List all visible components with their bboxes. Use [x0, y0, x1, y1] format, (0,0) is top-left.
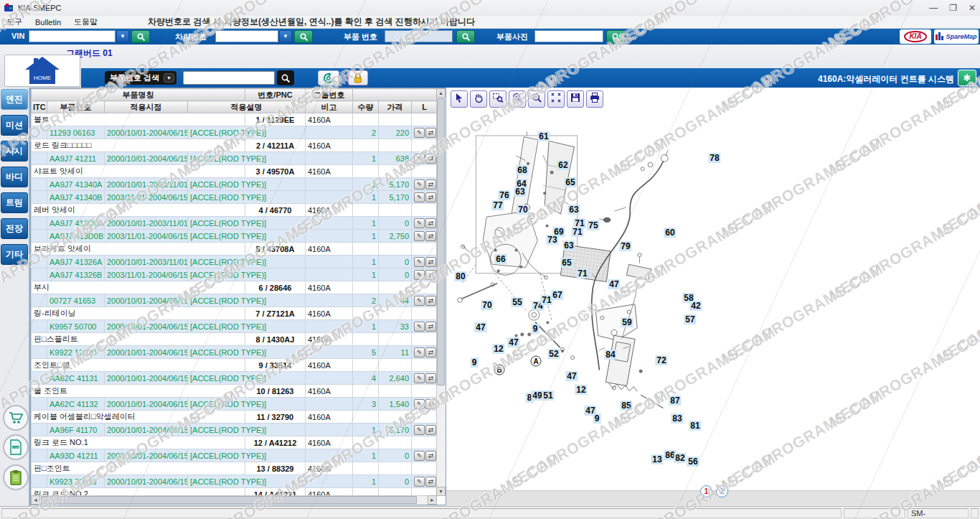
part-group-row[interactable]: 링-리테이닝7 / Z7121A4160A — [32, 307, 438, 320]
vehicle-no-input[interactable] — [215, 30, 278, 42]
home-button[interactable]: HOME — [4, 55, 80, 87]
part-group-row[interactable]: 핀□조인트13 / 883294160A — [32, 462, 438, 475]
part-detail-row[interactable]: AA96F 411702000/10/01-2004/06/15[ACCEL(R… — [32, 424, 438, 436]
menu-item-bulletin[interactable]: Bulletin — [35, 18, 61, 27]
cart-button[interactable] — [3, 405, 29, 431]
part-group-row[interactable]: 볼트1 / 1129EE4160A — [32, 113, 438, 126]
epc-code-button[interactable]: CODE — [3, 434, 29, 460]
page-2-button[interactable]: 2 — [716, 485, 728, 497]
edit-part-icon[interactable]: ✎ — [414, 477, 425, 487]
table-vertical-scrollbar[interactable]: ▲ ▼ — [436, 88, 446, 496]
part-search-type-dropdown[interactable]: 부품번호 검색 ▼ — [105, 71, 176, 85]
part-detail-row[interactable]: AA9J7 41326A2000/10/01-2003/11/01[ACCEL(… — [32, 256, 438, 268]
edit-part-icon[interactable]: ✎ — [414, 192, 425, 202]
part-search-button[interactable] — [277, 70, 294, 85]
part-group-row[interactable]: 브라케트 앗세이5 / 43708A4160A — [32, 243, 438, 256]
part-number-cell[interactable]: AA9J7 41211 — [47, 152, 105, 165]
close-button[interactable]: ✕ — [969, 3, 976, 13]
edit-part-icon[interactable]: ✎ — [414, 451, 425, 461]
view-part-icon[interactable]: ⇄ — [425, 270, 436, 280]
part-search-input[interactable] — [183, 71, 275, 85]
edit-part-icon[interactable]: ✎ — [414, 373, 425, 383]
col-header-price[interactable]: 가격 — [379, 101, 412, 113]
part-detail-row[interactable]: AA62C 411322000/10/01-2004/06/15[ACCEL(R… — [32, 398, 438, 411]
part-detail-row[interactable]: AA9J7 413D0B2003/11/01-2004/06/15[ACCEL(… — [32, 230, 438, 243]
table-horizontal-scrollbar[interactable]: ◄ ► — [31, 495, 437, 505]
edit-part-icon[interactable]: ✎ — [414, 218, 425, 228]
view-part-icon[interactable]: ⇄ — [425, 347, 436, 357]
view-part-icon[interactable]: ⇄ — [425, 128, 436, 138]
part-detail-row[interactable]: AA93D 412112000/10/01-2004/06/15[ACCEL(R… — [32, 449, 438, 462]
col-header-description[interactable]: 적용설명 — [188, 101, 306, 113]
view-part-icon[interactable]: ⇄ — [425, 179, 436, 190]
sidebar-item-etc[interactable]: 기타 — [1, 244, 28, 265]
part-no-search-button[interactable] — [456, 30, 475, 43]
scrollbar-thumb[interactable] — [437, 98, 445, 385]
view-part-icon[interactable]: ⇄ — [425, 296, 436, 306]
edit-part-icon[interactable]: ✎ — [414, 154, 425, 164]
view-part-icon[interactable]: ⇄ — [425, 322, 436, 332]
vin-input[interactable] — [29, 30, 116, 42]
part-number-cell[interactable]: K9923 20616 — [47, 475, 105, 488]
vin-search-button[interactable] — [131, 30, 150, 43]
part-number-cell[interactable]: AA9J7 413D0A — [47, 217, 105, 230]
part-detail-row[interactable]: AA62C 411312000/10/01-2004/06/15[ACCEL(R… — [32, 372, 438, 385]
col-header-l[interactable]: L — [412, 101, 438, 113]
view-part-icon[interactable]: ⇄ — [425, 399, 436, 409]
sidebar-item-trim[interactable]: 트림 — [1, 192, 28, 213]
view-part-icon[interactable]: ⇄ — [425, 451, 436, 461]
part-detail-row[interactable]: AA9J7 41340A2000/10/01-2003/11/01[ACCEL(… — [32, 178, 438, 191]
menu-item-help[interactable]: 도움말 — [74, 17, 98, 27]
diagram-expand-button[interactable]: ✱ — [958, 70, 976, 86]
scroll-up-icon[interactable]: ▲ — [436, 88, 446, 98]
view-part-icon[interactable]: ⇄ — [425, 373, 436, 383]
col-header-pnc[interactable]: 번호/PNC — [245, 89, 306, 101]
view-part-icon[interactable]: ⇄ — [425, 477, 436, 487]
scrollbar-thumb[interactable] — [41, 496, 417, 504]
scroll-right-icon[interactable]: ► — [428, 495, 437, 505]
page-1-button[interactable]: 1 — [700, 485, 712, 497]
view-part-icon[interactable]: ⇄ — [425, 257, 436, 267]
part-number-cell[interactable]: AA93D 41211 — [47, 449, 105, 462]
part-detail-row[interactable]: AA9J7 413D0A2000/10/01-2003/11/01[ACCEL(… — [32, 217, 438, 230]
part-group-row[interactable]: 케이블 어셈블리□악셀레이터11 / 327904160A — [32, 411, 438, 424]
edit-part-icon[interactable]: ✎ — [414, 257, 425, 267]
scroll-down-icon[interactable]: ▼ — [436, 487, 446, 496]
part-detail-row[interactable]: K9923 206162000/10/01-2004/06/15[ACCEL(R… — [32, 475, 438, 488]
kia-logo[interactable]: KIA — [900, 29, 931, 44]
col-header-itc[interactable]: ITC — [32, 101, 47, 113]
edit-part-icon[interactable]: ✎ — [414, 347, 425, 357]
maximize-button[interactable]: ❐ — [949, 3, 957, 13]
sparemap-logo[interactable]: SpareMap — [934, 29, 979, 44]
part-no-input[interactable] — [385, 30, 453, 42]
edit-part-icon[interactable]: ✎ — [414, 231, 425, 241]
part-detail-row[interactable]: AA9J7 41326B2003/11/01-2004/06/15[ACCEL(… — [32, 268, 438, 281]
minimize-button[interactable]: — — [929, 3, 938, 13]
part-detail-row[interactable]: K9922 120202000/10/01-2004/06/15[ACCEL(R… — [32, 346, 438, 359]
refresh-search-button[interactable] — [318, 70, 339, 85]
part-number-cell[interactable]: K9922 12020 — [47, 346, 105, 359]
part-number-cell[interactable]: AA9J7 41340A — [47, 178, 105, 191]
vin-dropdown-button[interactable]: ▼ — [116, 30, 129, 42]
part-number-cell[interactable]: AA9J7 413D0B — [47, 230, 105, 243]
vehicle-no-search-button[interactable] — [294, 30, 313, 43]
view-part-icon[interactable]: ⇄ — [425, 192, 436, 202]
sidebar-item-engine[interactable]: 엔진 — [1, 89, 28, 110]
col-header-group-no[interactable]: 그룹번호 — [306, 89, 353, 101]
part-detail-row[interactable]: AA9J7 412112000/10/01-2004/06/15[ACCEL(R… — [32, 152, 438, 165]
part-group-row[interactable]: 볼 조인트10 / 812634160A — [32, 385, 438, 398]
part-number-cell[interactable]: AA62C 41132 — [47, 398, 105, 411]
edit-part-icon[interactable]: ✎ — [414, 128, 425, 138]
col-header-part-no[interactable]: 부품번호 — [47, 101, 105, 113]
part-number-cell[interactable]: AA9J7 41340B — [47, 191, 105, 204]
view-part-icon[interactable]: ⇄ — [425, 218, 436, 228]
part-group-row[interactable]: 조인트□볼9 / 335144160A — [32, 359, 438, 372]
part-number-cell[interactable]: AA62C 41131 — [47, 372, 105, 385]
part-number-cell[interactable]: AA9J7 41326A — [47, 256, 105, 268]
part-group-row[interactable]: 레버 앗세이4 / 467704160A — [32, 204, 438, 217]
part-number-cell[interactable]: 11293 06163 — [47, 126, 105, 139]
scroll-left-icon[interactable]: ◄ — [31, 495, 40, 505]
view-part-icon[interactable]: ⇄ — [425, 425, 436, 435]
menu-item-tools[interactable]: 도구 — [6, 17, 22, 27]
sidebar-item-mission[interactable]: 미션 — [1, 115, 28, 136]
